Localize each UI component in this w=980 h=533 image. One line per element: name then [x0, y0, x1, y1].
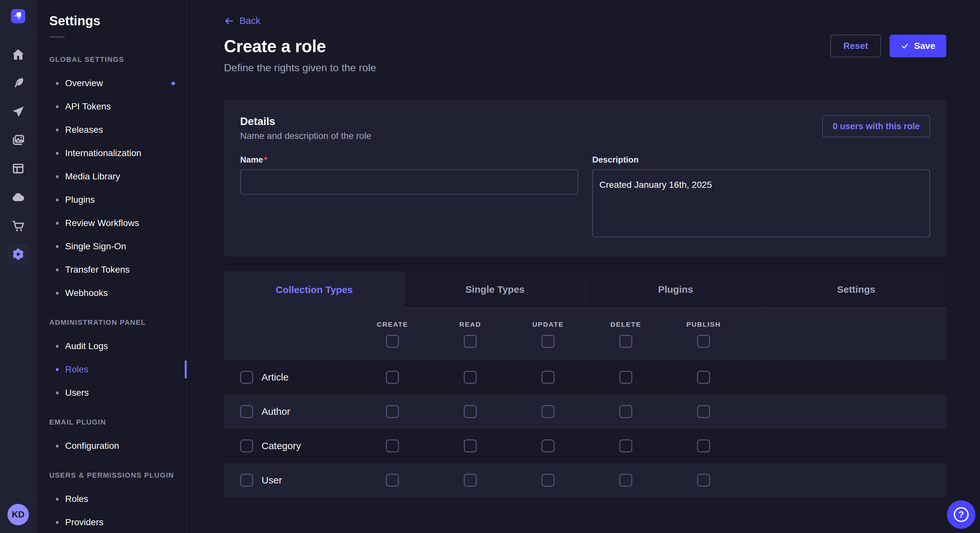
checkbox-user-update[interactable]: [541, 474, 555, 487]
subnav-item-transfer-tokens[interactable]: Transfer Tokens: [37, 258, 187, 281]
rail-item-content-manager[interactable]: [8, 159, 29, 179]
paper-plane-icon: [11, 104, 25, 119]
permissions-table-header: CREATE READ UPDATE DELETE PUBLISH: [224, 308, 946, 360]
user-avatar[interactable]: KD: [8, 504, 29, 525]
tab-single-types[interactable]: Single Types: [404, 271, 585, 308]
page-header: Create a role Reset Save: [224, 35, 946, 57]
strapi-logo[interactable]: [11, 9, 25, 23]
settings-subnav: Settings GLOBAL SETTINGS Overview API To…: [37, 0, 187, 533]
layout-panel-icon: [11, 161, 25, 176]
subnav-item-review-workflows[interactable]: Review Workflows: [37, 211, 187, 235]
checkbox-user-delete[interactable]: [619, 474, 632, 487]
subnav-item-internationalization[interactable]: Internationalization: [37, 141, 187, 165]
checkbox-user-all[interactable]: [240, 474, 253, 487]
permission-row-author: Author: [224, 394, 946, 429]
description-textarea[interactable]: Created January 16th, 2025: [592, 169, 931, 237]
tab-settings[interactable]: Settings: [766, 271, 946, 308]
save-button[interactable]: Save: [889, 35, 946, 57]
main-content: Back Create a role Reset Save Define the…: [187, 0, 980, 533]
permissions-tabs: Collection Types Single Types Plugins Se…: [224, 271, 946, 308]
subnav-item-audit-logs[interactable]: Audit Logs: [37, 335, 187, 358]
permissions-section: Collection Types Single Types Plugins Se…: [224, 271, 946, 497]
checkbox-category-all[interactable]: [240, 439, 253, 452]
details-card-header: Details Name and description of the role…: [240, 115, 930, 141]
checkbox-author-all[interactable]: [240, 405, 253, 418]
bullet: [56, 198, 59, 201]
rail-item-settings[interactable]: [8, 244, 29, 265]
checkbox-author-delete[interactable]: [619, 405, 632, 418]
subnav-item-single-sign-on[interactable]: Single Sign-On: [37, 235, 187, 258]
checkbox-select-all-update[interactable]: [541, 335, 555, 348]
strapi-admin-app: KD Settings GLOBAL SETTINGS Overview API…: [0, 0, 980, 533]
name-input[interactable]: [240, 169, 578, 195]
subnav-item-media-library[interactable]: Media Library: [37, 165, 187, 188]
bullet: [56, 368, 59, 371]
bullet: [56, 521, 59, 524]
tab-collection-types[interactable]: Collection Types: [224, 271, 404, 308]
subnav-item-plugins[interactable]: Plugins: [37, 188, 187, 211]
checkbox-author-read[interactable]: [464, 405, 477, 418]
rail-bottom: KD: [0, 497, 36, 533]
checkbox-category-create[interactable]: [386, 439, 399, 452]
reset-button[interactable]: Reset: [830, 35, 881, 57]
bullet: [56, 82, 59, 85]
rail-item-content-builder[interactable]: [8, 73, 29, 94]
rail-item-releases[interactable]: [8, 102, 29, 122]
checkbox-article-update[interactable]: [541, 371, 555, 384]
back-link[interactable]: Back: [224, 16, 260, 26]
rail-item-marketplace[interactable]: [8, 215, 29, 236]
bullet: [56, 444, 59, 447]
checkbox-article-create[interactable]: [386, 371, 399, 384]
subnav-item-api-tokens[interactable]: API Tokens: [37, 95, 187, 118]
cloud-icon: [11, 190, 25, 205]
subnav-item-releases[interactable]: Releases: [37, 118, 187, 141]
checkbox-article-delete[interactable]: [619, 371, 632, 384]
description-label: Description: [592, 155, 931, 165]
checkbox-author-update[interactable]: [541, 405, 555, 418]
subnav-item-webhooks[interactable]: Webhooks: [37, 281, 187, 305]
checkbox-category-publish[interactable]: [697, 439, 710, 452]
rail-item-media-library[interactable]: [8, 130, 29, 151]
checkbox-author-publish[interactable]: [697, 405, 710, 418]
checkbox-article-read[interactable]: [464, 371, 477, 384]
rail-item-deploy-cloud[interactable]: [8, 187, 29, 208]
help-button[interactable]: ?: [947, 500, 975, 529]
subnav-item-roles-up[interactable]: Roles: [37, 487, 187, 511]
checkbox-select-all-read[interactable]: [464, 335, 477, 348]
checkbox-author-create[interactable]: [386, 405, 399, 418]
shopping-cart-icon: [11, 218, 25, 233]
subnav-item-providers[interactable]: Providers: [37, 511, 187, 533]
subnav-item-overview[interactable]: Overview: [37, 71, 187, 95]
notification-dot: [172, 82, 175, 85]
checkbox-select-all-publish[interactable]: [697, 335, 710, 348]
checkbox-user-read[interactable]: [464, 474, 477, 487]
feather-icon: [11, 76, 25, 90]
checkbox-user-create[interactable]: [386, 474, 399, 487]
checkbox-category-read[interactable]: [464, 439, 477, 452]
users-count-button[interactable]: 0 users with this role: [822, 115, 930, 137]
bullet: [56, 245, 59, 248]
checkbox-category-update[interactable]: [541, 439, 555, 452]
subnav-item-roles-admin[interactable]: Roles: [37, 358, 187, 381]
bullet: [56, 128, 59, 132]
media-library-icon: [11, 133, 25, 148]
bullet: [56, 175, 59, 178]
column-header-read: READ: [459, 320, 481, 328]
tab-plugins[interactable]: Plugins: [585, 271, 766, 308]
section-email-plugin: EMAIL PLUGIN: [49, 418, 187, 427]
permission-row-user: User: [224, 463, 946, 497]
bullet: [56, 345, 59, 348]
subnav-item-configuration[interactable]: Configuration: [37, 434, 187, 458]
checkbox-select-all-create[interactable]: [386, 335, 399, 348]
bullet: [56, 292, 59, 295]
row-label-article: Article: [261, 372, 288, 383]
checkbox-select-all-delete[interactable]: [619, 335, 632, 348]
checkbox-user-publish[interactable]: [697, 474, 710, 487]
rail-item-home[interactable]: [8, 44, 29, 65]
checkbox-category-delete[interactable]: [619, 439, 632, 452]
bullet: [56, 105, 59, 108]
checkbox-article-publish[interactable]: [697, 371, 710, 384]
permission-row-category: Category: [224, 429, 946, 463]
subnav-item-users[interactable]: Users: [37, 381, 187, 405]
checkbox-article-all[interactable]: [240, 371, 253, 384]
